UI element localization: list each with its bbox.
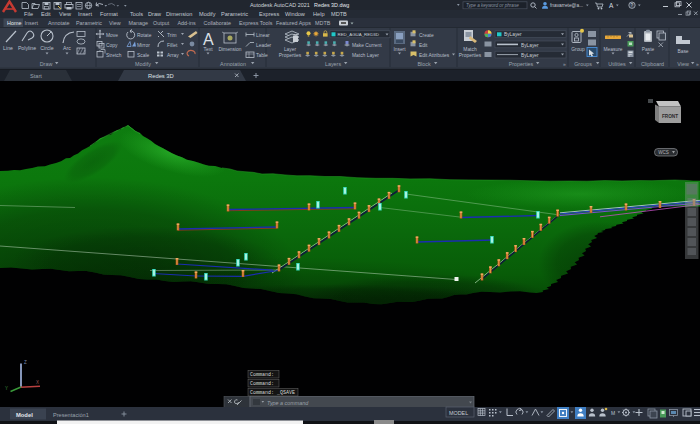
svg-text:Block: Block xyxy=(417,61,430,67)
svg-text:Parametric: Parametric xyxy=(76,20,102,26)
svg-text:Layers: Layers xyxy=(325,61,341,67)
svg-text:Redes 3D.dwg: Redes 3D.dwg xyxy=(314,2,349,8)
svg-text:Base: Base xyxy=(677,49,688,54)
svg-text:Mirror: Mirror xyxy=(137,43,150,48)
svg-text:Match Layer: Match Layer xyxy=(352,53,379,58)
svg-text:Paste: Paste xyxy=(642,47,655,52)
svg-text:Properties: Properties xyxy=(509,61,534,67)
svg-text:Express Tools: Express Tools xyxy=(239,20,273,26)
svg-text:FRONT: FRONT xyxy=(662,114,678,119)
svg-text:Format: Format xyxy=(100,11,118,17)
svg-text:Window: Window xyxy=(285,11,306,17)
svg-text:Tools: Tools xyxy=(130,11,143,17)
svg-text:Edit Attributes: Edit Attributes xyxy=(419,53,450,58)
svg-text:MDTB: MDTB xyxy=(331,11,347,17)
svg-text:Copy: Copy xyxy=(106,43,118,48)
svg-text:File: File xyxy=(24,11,33,17)
svg-text:Rotate: Rotate xyxy=(137,33,152,38)
svg-text:Type a keyword or phrase: Type a keyword or phrase xyxy=(466,3,519,8)
svg-text:»: » xyxy=(696,61,699,67)
svg-text:Start: Start xyxy=(30,73,42,79)
svg-text:Move: Move xyxy=(106,33,118,38)
svg-text:RED_AGUA_RED3D: RED_AGUA_RED3D xyxy=(338,32,379,37)
svg-text:View: View xyxy=(677,61,689,67)
svg-text:Group: Group xyxy=(571,47,585,52)
svg-text:Dimension: Dimension xyxy=(218,47,241,52)
svg-text:Annotation: Annotation xyxy=(220,61,246,67)
svg-text:A: A xyxy=(203,31,214,48)
svg-text:Trim: Trim xyxy=(167,33,177,38)
svg-text:Command:: Command: xyxy=(250,372,274,378)
svg-text:Express: Express xyxy=(259,11,279,17)
svg-text:Command:: Command: xyxy=(250,381,274,387)
svg-text:View: View xyxy=(59,11,72,17)
svg-text:Table: Table xyxy=(256,53,268,58)
svg-text:ByLayer: ByLayer xyxy=(521,53,539,58)
svg-text:Presentación1: Presentación1 xyxy=(53,412,89,418)
svg-text:Edit: Edit xyxy=(41,11,51,17)
svg-text:Home: Home xyxy=(7,20,21,26)
svg-text:Modify: Modify xyxy=(199,11,216,17)
svg-text:ByLayer: ByLayer xyxy=(521,43,539,48)
svg-text:?: ? xyxy=(631,3,634,8)
svg-text:Annotate: Annotate xyxy=(48,20,70,26)
svg-text:Autodesk AutoCAD 2021: Autodesk AutoCAD 2021 xyxy=(250,2,310,8)
svg-text:A: A xyxy=(609,2,614,9)
svg-text:Draw: Draw xyxy=(40,61,53,67)
svg-text:Redes 3D: Redes 3D xyxy=(148,73,174,79)
svg-text:Add-ins: Add-ins xyxy=(178,20,197,26)
svg-text:Draw: Draw xyxy=(148,11,162,17)
svg-text:Array: Array xyxy=(167,53,179,58)
svg-text:Insert: Insert xyxy=(393,47,406,52)
svg-text:M: M xyxy=(611,410,615,416)
svg-text:Groups: Groups xyxy=(574,61,592,67)
svg-text:Model: Model xyxy=(16,412,33,418)
svg-text:Linear: Linear xyxy=(256,33,270,38)
svg-text:Text: Text xyxy=(204,47,214,52)
svg-text:Measure: Measure xyxy=(603,47,622,52)
svg-text:Circle: Circle xyxy=(40,45,53,51)
svg-text:»: » xyxy=(563,61,566,67)
svg-text:Scale: Scale xyxy=(137,53,150,58)
svg-text:Properties: Properties xyxy=(279,53,302,58)
svg-text:MODEL: MODEL xyxy=(449,410,468,416)
svg-text:Edit: Edit xyxy=(419,43,428,48)
svg-text:Utilities: Utilities xyxy=(608,61,626,67)
svg-text:ByLayer: ByLayer xyxy=(504,32,522,37)
svg-text:View: View xyxy=(109,20,121,26)
svg-text:WCS: WCS xyxy=(658,150,669,155)
svg-text:Make Current: Make Current xyxy=(352,43,382,48)
svg-text:Layer: Layer xyxy=(284,47,297,52)
svg-text:Properties: Properties xyxy=(459,53,482,58)
svg-text:Insert: Insert xyxy=(25,20,39,26)
svg-text:Arc: Arc xyxy=(63,45,71,51)
svg-text:MDTB: MDTB xyxy=(315,20,331,26)
svg-text:Clipboard: Clipboard xyxy=(641,61,664,67)
svg-text:fnavarrete@a...: fnavarrete@a... xyxy=(550,3,583,8)
svg-text:Fillet: Fillet xyxy=(167,43,178,48)
svg-text:Modify: Modify xyxy=(135,61,151,67)
svg-text:Featured Apps: Featured Apps xyxy=(276,20,311,26)
svg-text:Output: Output xyxy=(153,20,170,26)
svg-text:Create: Create xyxy=(419,33,434,38)
svg-text:Collaborate: Collaborate xyxy=(204,20,232,26)
svg-text:Help: Help xyxy=(313,11,325,17)
svg-text:Polyline: Polyline xyxy=(18,45,36,51)
svg-text:Parametric: Parametric xyxy=(221,11,248,17)
svg-text:Stretch: Stretch xyxy=(106,53,122,58)
svg-text:Line: Line xyxy=(3,45,13,51)
svg-text:Leader: Leader xyxy=(256,43,272,48)
svg-text:Match: Match xyxy=(463,47,477,52)
svg-text:Dimension: Dimension xyxy=(166,11,192,17)
svg-text:Type a command: Type a command xyxy=(267,400,309,406)
svg-text:Command: _QSAVE: Command: _QSAVE xyxy=(250,390,295,396)
svg-text:Insert: Insert xyxy=(78,11,92,17)
svg-text:Manage: Manage xyxy=(129,20,148,26)
